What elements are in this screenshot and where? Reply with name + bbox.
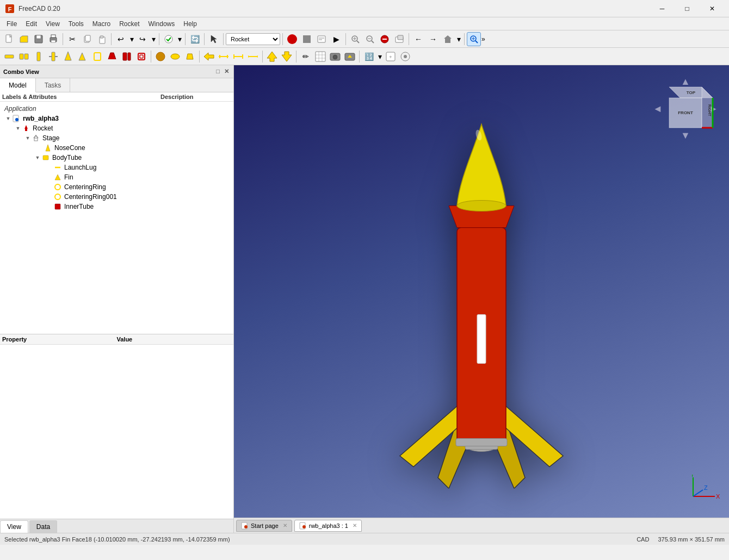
app-icon: F [4, 3, 15, 14]
cut-button[interactable]: ✂ [65, 32, 79, 46]
tree-node-nosecone[interactable]: ▶ NoseCone [2, 143, 231, 153]
rocket-transition-button[interactable] [105, 49, 119, 64]
model-tab-close[interactable]: ✕ [353, 522, 357, 528]
double-arrow-tool[interactable] [217, 49, 231, 64]
rocket-innertube-button[interactable] [134, 49, 149, 64]
workbench-selector[interactable]: Rocket [226, 33, 280, 45]
tree-node-stage[interactable]: ▼ Stage [2, 133, 231, 143]
menu-item-help[interactable]: Help [179, 19, 201, 29]
zoom-active-button[interactable] [467, 32, 481, 46]
grid-button[interactable] [313, 49, 328, 64]
expand-btn[interactable]: » [481, 35, 492, 43]
menu-item-file[interactable]: File [2, 19, 21, 29]
vp-tab-start[interactable]: Start page ✕ [236, 520, 292, 532]
camera-button[interactable] [328, 49, 342, 64]
dim-tool[interactable] [231, 49, 245, 64]
nav-back-button[interactable]: ← [411, 32, 425, 46]
toolbar-sep8 [345, 33, 346, 45]
redo-button[interactable]: ↪ [135, 32, 150, 46]
tree-node-fin[interactable]: ▶ Fin [2, 172, 231, 182]
menu-item-rocket[interactable]: Rocket [115, 19, 144, 29]
close-button[interactable]: ✕ [700, 0, 725, 17]
nav-cube[interactable]: ▲ ▼ ◄ ► TOP FRONT [653, 76, 718, 141]
start-tab-close[interactable]: ✕ [283, 522, 287, 528]
rocket-fin-button[interactable] [76, 49, 90, 64]
select-button[interactable] [207, 32, 221, 46]
menu-item-macro[interactable]: Macro [88, 19, 115, 29]
rocket-tool4[interactable] [46, 49, 60, 64]
calc-dropdown[interactable]: ▾ [376, 49, 383, 64]
tree-node-rwb-alpha3[interactable]: ▼ rwb_alpha3 [2, 114, 231, 123]
rocket-stage-button[interactable] [120, 49, 134, 64]
tab-tasks[interactable]: Tasks [36, 78, 71, 92]
circle-tool[interactable] [153, 49, 168, 64]
tree-node-innertube[interactable]: ▶ InnerTube [2, 202, 231, 211]
copy-button[interactable] [80, 32, 94, 46]
toolbar-sep10 [464, 33, 465, 45]
save-button[interactable] [32, 32, 46, 46]
up-arrow-button[interactable] [265, 49, 279, 64]
rocket-tool1[interactable] [2, 49, 16, 64]
tree-node-launchlug[interactable]: ▶ LaunchLug [2, 163, 231, 172]
toggle-rocket[interactable]: ▼ [14, 126, 22, 131]
coords-text: 375.93 mm × 351.57 mm [658, 536, 725, 543]
toolbar2-sep1 [151, 51, 151, 63]
dim2-tool[interactable] [246, 49, 260, 64]
menu-item-view[interactable]: View [41, 19, 64, 29]
vp-tab-model[interactable]: rwb_alpha3 : 1 ✕ [294, 520, 362, 532]
arrow-left-tool[interactable] [202, 49, 216, 64]
calc-button[interactable]: 🔢 [362, 49, 376, 64]
macro-edit-button[interactable] [314, 32, 329, 46]
btab-view[interactable]: View [0, 520, 28, 533]
rocket-nose-button[interactable] [61, 49, 75, 64]
tree-node-centeringring[interactable]: ▶ CenteringRing [2, 182, 231, 192]
iso-view-button[interactable] [392, 32, 406, 46]
tree-node-bodytube[interactable]: ▼ BodyTube [2, 153, 231, 163]
settings-button[interactable] [398, 49, 412, 64]
toolbar2: ✏ 🔢 ▾ + [0, 48, 729, 65]
check-button[interactable] [162, 32, 176, 46]
btab-data[interactable]: Data [29, 520, 57, 533]
undo-button[interactable]: ↩ [114, 32, 128, 46]
addon-button[interactable]: + [384, 49, 398, 64]
tree-node-centeringring001[interactable]: ▶ CenteringRing001 [2, 192, 231, 202]
combo-restore-btn[interactable]: □ [215, 68, 221, 75]
record-button[interactable] [285, 32, 299, 46]
pencil-button[interactable]: ✏ [299, 49, 313, 64]
combo-close-btn[interactable]: ✕ [223, 68, 230, 75]
menu-item-edit[interactable]: Edit [21, 19, 41, 29]
maximize-button[interactable]: □ [675, 0, 700, 17]
zoom-fit-button[interactable] [348, 32, 362, 46]
no-entry-button[interactable] [378, 32, 392, 46]
new-button[interactable] [2, 32, 16, 46]
undo-dropdown[interactable]: ▾ [128, 32, 135, 46]
stop-button[interactable] [300, 32, 314, 46]
zoom-out-button[interactable] [363, 32, 377, 46]
paste-button[interactable] [95, 32, 109, 46]
rocket-tool3[interactable] [32, 49, 46, 64]
toggle-bodytube[interactable]: ▼ [34, 155, 41, 160]
rocket-bodytube-button[interactable] [90, 49, 104, 64]
tree-node-rocket[interactable]: ▼ Rocket [2, 123, 231, 133]
home-dropdown[interactable]: ▾ [455, 32, 462, 46]
oval-tool[interactable] [168, 49, 182, 64]
down-arrow-button[interactable] [280, 49, 294, 64]
refresh-button[interactable]: 🔄 [188, 32, 202, 46]
redo-dropdown[interactable]: ▾ [150, 32, 157, 46]
open-button[interactable] [17, 32, 31, 46]
menu-item-windows[interactable]: Windows [144, 19, 180, 29]
play-button[interactable]: ▶ [329, 32, 343, 46]
print-button[interactable] [46, 32, 60, 46]
home-button[interactable] [441, 32, 455, 46]
nav-forward-button[interactable]: → [426, 32, 440, 46]
minimize-button[interactable]: ─ [650, 0, 675, 17]
tab-model[interactable]: Model [0, 78, 36, 92]
toggle-rwb[interactable]: ▼ [4, 116, 12, 121]
download-button[interactable] [343, 49, 357, 64]
viewport[interactable]: ▲ ▼ ◄ ► TOP FRONT [234, 65, 729, 533]
trapezoid-tool[interactable] [183, 49, 197, 64]
check-dropdown[interactable]: ▾ [176, 32, 183, 46]
toggle-stage[interactable]: ▼ [24, 135, 32, 141]
menu-item-tools[interactable]: Tools [64, 19, 88, 29]
rocket-tool2[interactable] [17, 49, 31, 64]
